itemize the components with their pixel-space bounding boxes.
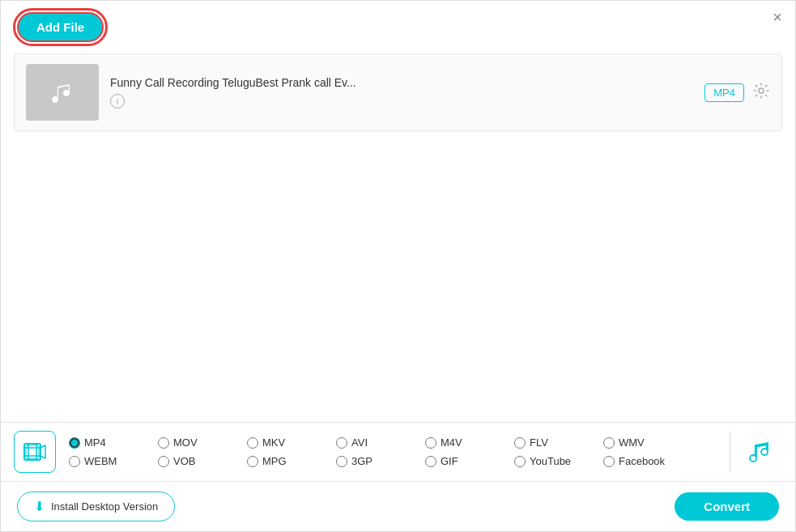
content-area [1,131,795,422]
format-wmv[interactable]: WMV [603,436,692,449]
install-button[interactable]: ⬇ Install Desktop Version [17,492,175,521]
gear-icon [752,82,770,100]
audio-format-icon-box[interactable] [740,431,782,473]
format-facebook[interactable]: Facebook [603,455,692,467]
info-icon[interactable]: i [110,94,125,109]
format-row-2: WEBM VOB MPG 3GP GIF YouTube [69,455,720,467]
format-flv[interactable]: FLV [514,436,603,449]
download-icon: ⬇ [34,499,45,514]
svg-rect-1 [24,444,40,460]
svg-point-0 [759,88,764,93]
file-item: Funny Call Recording TeluguBest Prank ca… [15,54,781,130]
radio-3gp[interactable] [336,456,347,467]
file-actions: MP4 [704,82,770,104]
radio-mp4[interactable] [69,437,80,449]
radio-wmv[interactable] [603,437,615,449]
app-window: × Add File Funny Call Recording TeluguBe… [0,0,796,532]
format-mov[interactable]: MOV [158,436,247,449]
format-mpg[interactable]: MPG [247,455,336,467]
format-mp4[interactable]: MP4 [69,436,158,449]
radio-facebook[interactable] [603,456,615,467]
format-m4v[interactable]: M4V [425,436,514,449]
music-icon [45,75,79,109]
action-bar: ⬇ Install Desktop Version Convert [1,481,795,531]
file-name: Funny Call Recording TeluguBest Prank ca… [110,76,693,89]
radio-youtube[interactable] [514,456,526,467]
top-bar: Add File [1,1,795,50]
radio-m4v[interactable] [425,437,436,449]
format-bar: MP4 MOV MKV AVI M4V FLV WM [1,422,795,481]
file-list: Funny Call Recording TeluguBest Prank ca… [14,53,782,131]
install-label: Install Desktop Version [51,500,158,513]
format-row-1: MP4 MOV MKV AVI M4V FLV WM [69,436,720,449]
format-3gp[interactable]: 3GP [336,455,425,467]
format-webm[interactable]: WEBM [69,455,158,467]
radio-webm[interactable] [69,456,80,467]
format-avi[interactable]: AVI [336,436,425,449]
convert-button[interactable]: Convert [675,492,779,521]
video-icon [23,440,46,463]
format-mkv[interactable]: MKV [247,436,336,449]
audio-icon [748,439,774,465]
radio-mpg[interactable] [247,456,258,467]
file-thumbnail [26,64,99,121]
video-format-icon-box[interactable] [14,431,56,473]
format-badge: MP4 [704,83,744,102]
format-gif[interactable]: GIF [425,455,514,467]
close-button[interactable]: × [773,9,782,25]
radio-vob[interactable] [158,456,169,467]
radio-flv[interactable] [514,437,526,449]
radio-mov[interactable] [158,437,169,449]
format-youtube[interactable]: YouTube [514,455,603,467]
format-vob[interactable]: VOB [158,455,247,467]
radio-gif[interactable] [425,456,436,467]
radio-mkv[interactable] [247,437,258,449]
format-options: MP4 MOV MKV AVI M4V FLV WM [69,436,720,467]
format-divider [730,431,730,473]
file-info: Funny Call Recording TeluguBest Prank ca… [110,76,693,109]
add-file-button[interactable]: Add File [17,12,104,42]
settings-button[interactable] [752,82,770,104]
radio-avi[interactable] [336,437,347,449]
